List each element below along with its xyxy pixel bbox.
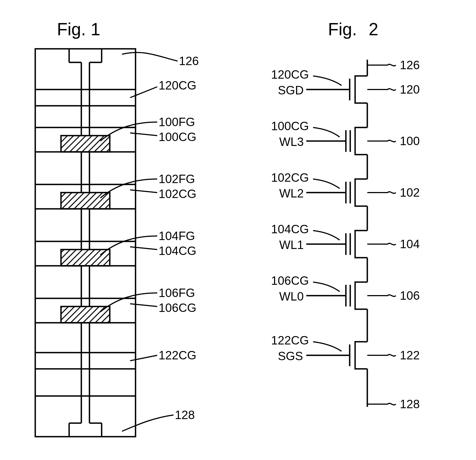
label-100cg: 100CG	[159, 130, 196, 143]
label-128: 128	[175, 408, 195, 421]
label-104fg: 104FG	[159, 229, 195, 242]
label-122cg: 122CG	[159, 349, 196, 362]
fig2-right-leaders	[367, 64, 396, 405]
lbl-sgd: SGD	[278, 84, 304, 97]
rlbl-128: 128	[400, 397, 420, 411]
lbl-sgs: SGS	[278, 349, 303, 363]
rlbl-106: 106	[400, 289, 420, 302]
lbl-100cg: 100CG	[271, 119, 309, 133]
fig2-title-a: Fig.	[328, 20, 357, 39]
label-102fg: 102FG	[159, 172, 195, 186]
rlbl-104: 104	[400, 237, 420, 251]
lbl-wl3: WL3	[279, 135, 304, 148]
lbl-120cg: 120CG	[271, 68, 309, 81]
label-126: 126	[179, 54, 199, 68]
label-120cg: 120CG	[159, 79, 196, 92]
fig2-schematic	[306, 60, 367, 407]
lbl-wl0: WL0	[279, 290, 304, 303]
lbl-106cg: 106CG	[271, 274, 309, 287]
rlbl-102: 102	[400, 186, 420, 199]
rlbl-126: 126	[400, 58, 420, 72]
lbl-122cg: 122CG	[271, 334, 309, 347]
label-100fg: 100FG	[159, 115, 195, 129]
fig2-left-leaders	[313, 76, 342, 351]
label-106cg: 106CG	[159, 301, 196, 314]
fig2-title-b: 2	[369, 20, 378, 39]
svg-rect-17	[61, 193, 110, 209]
svg-rect-23	[61, 306, 110, 323]
diagram-canvas: Fig. 1	[0, 0, 476, 460]
svg-rect-14	[61, 136, 110, 152]
label-106fg: 106FG	[159, 286, 195, 299]
fig2-left-labels: 120CG SGD 100CG WL3 102CG WL2 104CG WL1 …	[271, 68, 309, 363]
fig2-right-labels: 126 120 100 102 104 106 122 128	[400, 58, 420, 411]
lbl-wl1: WL1	[279, 238, 304, 251]
label-102cg: 102CG	[159, 187, 196, 200]
label-104cg: 104CG	[159, 244, 196, 257]
rlbl-100: 100	[400, 134, 420, 148]
lbl-102cg: 102CG	[271, 171, 309, 184]
rlbl-122: 122	[400, 349, 420, 362]
lbl-104cg: 104CG	[271, 222, 309, 236]
fig1-labels: 126 120CG 100FG 100CG 102FG 102CG 104FG …	[159, 54, 199, 421]
svg-rect-20	[61, 250, 110, 266]
fig1-title: Fig. 1	[57, 20, 100, 39]
lbl-wl2: WL2	[279, 187, 304, 200]
rlbl-120: 120	[400, 83, 420, 96]
